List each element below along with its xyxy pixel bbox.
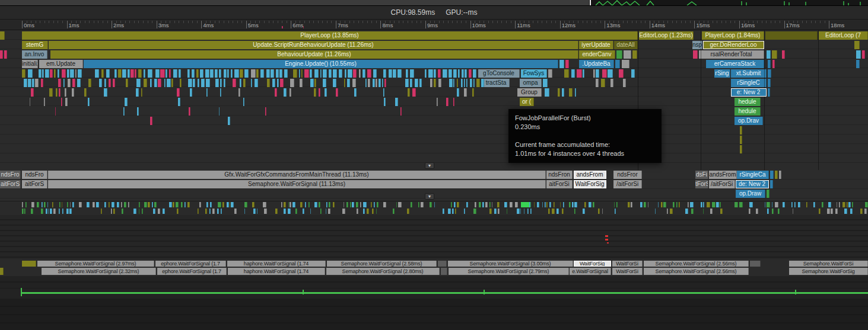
sample-bar[interactable] — [631, 69, 635, 78]
sample-bar[interactable] — [644, 202, 646, 207]
sample-bar[interactable] — [87, 202, 90, 207]
sample-bar[interactable] — [673, 202, 675, 207]
sample-bar[interactable] — [279, 69, 282, 78]
sample-bar[interactable] — [272, 79, 275, 87]
sample-bar[interactable]: rSing — [714, 69, 730, 78]
sample-bar[interactable] — [410, 79, 412, 87]
sample-bar[interactable] — [240, 79, 241, 87]
sample-bar[interactable]: andsFrom — [709, 171, 737, 179]
sample-bar[interactable] — [438, 79, 441, 87]
sample-fragment[interactable] — [545, 88, 549, 97]
sample-bar[interactable] — [144, 69, 145, 78]
sample-bar[interactable] — [113, 79, 116, 87]
sample-bar[interactable] — [22, 69, 26, 78]
sample-bar[interactable]: hedule — [735, 98, 761, 106]
sample-bar[interactable] — [421, 202, 424, 207]
sample-bar[interactable]: andsFrom — [574, 171, 606, 179]
sample-bar[interactable] — [688, 202, 689, 207]
sample-bar[interactable] — [104, 88, 107, 97]
sample-bar[interactable] — [109, 202, 110, 207]
sample-bar[interactable]: Semaphore.WaitForSignal (2.58ms) — [327, 261, 437, 267]
sample-bar[interactable] — [136, 79, 141, 87]
collapse-arrow[interactable]: ▼ — [425, 193, 434, 200]
sample-bar[interactable]: Semaphore.WaitForSignal (2.56ms) — [644, 268, 749, 275]
sample-bar[interactable] — [377, 202, 379, 207]
sample-bar[interactable] — [850, 209, 853, 214]
sample-fragment[interactable] — [0, 268, 4, 275]
sample-bar[interactable] — [329, 69, 332, 78]
sample-bar[interactable] — [192, 69, 194, 78]
sample-bar[interactable] — [655, 209, 656, 214]
sample-bar[interactable] — [489, 202, 491, 207]
sample-bar[interactable] — [739, 202, 743, 207]
sample-bar[interactable] — [813, 202, 815, 207]
sample-bar[interactable] — [280, 79, 284, 87]
collapse-arrow[interactable]: ▼ — [425, 162, 434, 169]
sample-bar[interactable] — [593, 69, 596, 78]
sample-bar[interactable] — [144, 79, 147, 87]
sample-bar[interactable] — [310, 79, 314, 87]
sample-bar[interactable] — [52, 202, 53, 207]
sample-bar[interactable] — [395, 98, 398, 106]
sample-bar[interactable] — [314, 88, 316, 97]
sample-bar[interactable] — [396, 202, 397, 207]
sample-bar[interactable] — [494, 209, 497, 214]
sample-bar[interactable] — [619, 69, 624, 78]
sample-bar[interactable] — [124, 202, 127, 207]
sample-bar[interactable] — [749, 209, 751, 214]
sample-bar[interactable] — [314, 79, 316, 87]
sample-bar[interactable]: Engine.Update() (10.55ms) — [84, 60, 558, 68]
sample-bar[interactable] — [658, 202, 659, 207]
sample-fragment[interactable] — [0, 50, 3, 59]
sample-bar[interactable] — [574, 209, 576, 214]
sample-bar[interactable] — [679, 202, 680, 207]
sample-bar[interactable] — [122, 69, 126, 78]
sample-bar[interactable] — [839, 202, 840, 207]
sample-bar[interactable] — [584, 202, 586, 207]
sample-bar[interactable] — [583, 209, 585, 214]
sample-bar[interactable] — [571, 69, 575, 78]
sample-bar[interactable] — [284, 209, 286, 214]
sample-bar[interactable] — [310, 69, 312, 78]
sample-fragment[interactable] — [767, 50, 771, 59]
sample-bar[interactable] — [410, 69, 414, 78]
sample-bar[interactable]: Semaphore.WaitForSignal (11.13ms) — [48, 180, 546, 188]
sample-bar[interactable]: ndsFro — [0, 171, 21, 179]
sample-bar[interactable] — [510, 202, 513, 207]
sample-bar[interactable] — [58, 79, 62, 87]
sample-bar[interactable] — [365, 79, 367, 87]
sample-bar[interactable] — [41, 79, 43, 87]
sample-bar[interactable] — [448, 209, 451, 214]
sample-bar[interactable] — [267, 79, 270, 87]
sample-bar[interactable] — [123, 107, 125, 116]
sample-bar[interactable] — [464, 79, 465, 87]
sample-bar[interactable] — [552, 209, 555, 214]
sample-bar[interactable] — [354, 88, 356, 97]
sample-bar[interactable] — [434, 202, 435, 207]
sample-bar[interactable] — [154, 202, 157, 207]
sample-bar[interactable] — [142, 209, 143, 214]
sample-bar[interactable] — [344, 79, 345, 87]
sample-bar[interactable] — [596, 69, 599, 78]
sample-fragment[interactable] — [740, 145, 742, 153]
sample-bar[interactable] — [767, 209, 769, 214]
sample-bar[interactable] — [176, 202, 179, 207]
sample-bar[interactable] — [345, 69, 347, 78]
sample-bar[interactable] — [290, 202, 291, 207]
sample-bar[interactable] — [852, 202, 853, 207]
sample-bar[interactable] — [466, 79, 468, 87]
sample-bar[interactable] — [449, 79, 453, 87]
sample-bar[interactable] — [45, 69, 49, 78]
sample-bar[interactable] — [72, 202, 74, 207]
sample-bar[interactable] — [548, 69, 552, 78]
sample-bar[interactable] — [498, 209, 500, 214]
sample-bar[interactable] — [139, 209, 139, 214]
sample-bar[interactable] — [260, 69, 264, 78]
sample-bar[interactable] — [79, 202, 82, 207]
sample-bar[interactable] — [611, 79, 614, 87]
sample-bar[interactable] — [35, 79, 39, 87]
sample-bar[interactable] — [712, 202, 715, 207]
sample-bar[interactable] — [465, 69, 467, 78]
sample-bar[interactable]: gToConsole — [478, 69, 520, 78]
sample-bar[interactable] — [720, 209, 723, 214]
